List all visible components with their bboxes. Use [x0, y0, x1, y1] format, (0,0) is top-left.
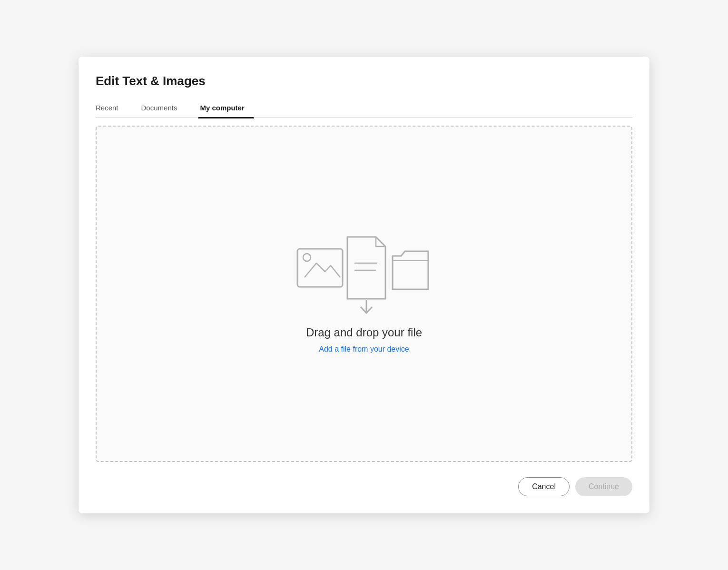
continue-button: Continue [575, 477, 632, 496]
cancel-button[interactable]: Cancel [518, 477, 570, 496]
tab-documents[interactable]: Documents [139, 100, 187, 118]
drop-zone[interactable]: Drag and drop your file Add a file from … [96, 126, 632, 462]
dialog-footer: Cancel Continue [96, 473, 632, 496]
tab-my-computer[interactable]: My computer [198, 100, 254, 118]
dialog-title: Edit Text & Images [96, 74, 632, 88]
drop-zone-illustration [293, 235, 435, 311]
svg-point-1 [303, 254, 311, 261]
add-file-link[interactable]: Add a file from your device [319, 345, 409, 354]
drop-zone-main-text: Drag and drop your file [306, 326, 422, 339]
tab-bar: Recent Documents My computer [96, 100, 632, 118]
tab-recent[interactable]: Recent [96, 100, 128, 118]
edit-text-images-dialog: Edit Text & Images Recent Documents My c… [79, 57, 649, 513]
